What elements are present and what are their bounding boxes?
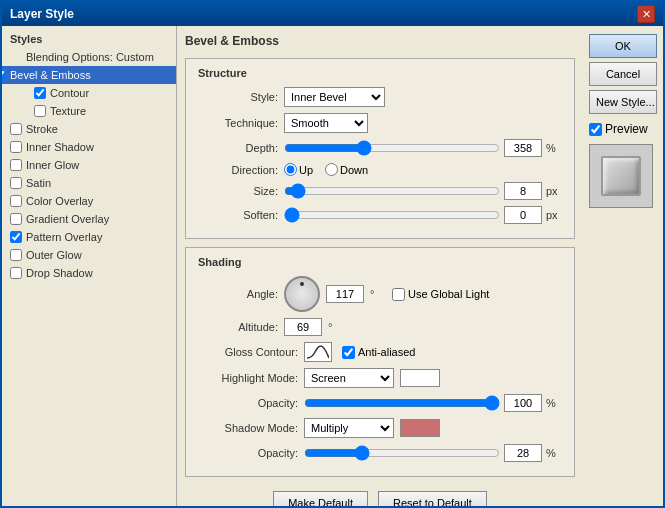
structure-title: Structure (198, 67, 562, 79)
soften-value[interactable] (504, 206, 542, 224)
angle-row: Angle: ° Use Global Light (198, 276, 562, 312)
depth-value[interactable] (504, 139, 542, 157)
preview-checkbox-row: Preview (589, 122, 657, 136)
altitude-unit: ° (328, 321, 344, 333)
sidebar-item-inner-shadow[interactable]: Inner Shadow (2, 138, 176, 156)
pattern-overlay-checkbox[interactable] (10, 231, 22, 243)
preview-inner (601, 156, 641, 196)
shading-title: Shading (198, 256, 562, 268)
right-button-panel: OK Cancel New Style... Preview (583, 26, 663, 506)
gradient-overlay-checkbox[interactable] (10, 213, 22, 225)
sidebar-item-gradient-overlay[interactable]: Gradient Overlay (2, 210, 176, 228)
shadow-opacity-value[interactable] (504, 444, 542, 462)
new-style-button[interactable]: New Style... (589, 90, 657, 114)
style-row: Style: Inner Bevel Outer Bevel Emboss Pi… (198, 87, 562, 107)
angle-dial[interactable] (284, 276, 320, 312)
shadow-opacity-slider[interactable] (304, 446, 500, 460)
angle-label: Angle: (198, 288, 278, 300)
angle-controls: ° Use Global Light (284, 276, 489, 312)
highlight-opacity-label: Opacity: (198, 397, 298, 409)
dial-dot (300, 282, 304, 286)
global-light-label[interactable]: Use Global Light (392, 288, 489, 301)
bevel-emboss-checkbox[interactable] (2, 69, 6, 81)
stroke-checkbox[interactable] (10, 123, 22, 135)
direction-down-label[interactable]: Down (325, 163, 368, 176)
cancel-button[interactable]: Cancel (589, 62, 657, 86)
gloss-contour-label: Gloss Contour: (198, 346, 298, 358)
highlight-mode-label: Highlight Mode: (198, 372, 298, 384)
contour-checkbox[interactable] (34, 87, 46, 99)
close-button[interactable]: ✕ (637, 5, 655, 23)
angle-value[interactable] (326, 285, 364, 303)
size-slider[interactable] (284, 184, 500, 198)
global-light-text: Use Global Light (408, 288, 489, 300)
pattern-overlay-label: Pattern Overlay (26, 231, 102, 243)
anti-aliased-text: Anti-aliased (358, 346, 415, 358)
satin-checkbox[interactable] (10, 177, 22, 189)
sidebar-item-inner-glow[interactable]: Inner Glow (2, 156, 176, 174)
style-select[interactable]: Inner Bevel Outer Bevel Emboss Pillow Em… (284, 87, 385, 107)
preview-label: Preview (605, 122, 648, 136)
soften-row: Soften: px (198, 206, 562, 224)
shadow-color-swatch[interactable] (400, 419, 440, 437)
drop-shadow-checkbox[interactable] (10, 267, 22, 279)
global-light-checkbox[interactable] (392, 288, 405, 301)
direction-up-radio[interactable] (284, 163, 297, 176)
altitude-value[interactable] (284, 318, 322, 336)
direction-up-label[interactable]: Up (284, 163, 313, 176)
sidebar-item-contour[interactable]: Contour (2, 84, 176, 102)
highlight-opacity-value[interactable] (504, 394, 542, 412)
depth-row: Depth: % (198, 139, 562, 157)
anti-aliased-checkbox[interactable] (342, 346, 355, 359)
window-title: Layer Style (10, 7, 74, 21)
color-overlay-label: Color Overlay (26, 195, 93, 207)
anti-aliased-label[interactable]: Anti-aliased (342, 346, 415, 359)
texture-checkbox[interactable] (34, 105, 46, 117)
gloss-contour-icon (307, 345, 329, 359)
soften-slider[interactable] (284, 208, 500, 222)
sidebar-item-texture[interactable]: Texture (2, 102, 176, 120)
size-label: Size: (198, 185, 278, 197)
color-overlay-checkbox[interactable] (10, 195, 22, 207)
outer-glow-label: Outer Glow (26, 249, 82, 261)
soften-slider-container: px (284, 206, 562, 224)
direction-down-radio[interactable] (325, 163, 338, 176)
sidebar-item-outer-glow[interactable]: Outer Glow (2, 246, 176, 264)
make-default-button[interactable]: Make Default (273, 491, 368, 506)
depth-label: Depth: (198, 142, 278, 154)
structure-section: Structure Style: Inner Bevel Outer Bevel… (185, 58, 575, 239)
gloss-contour-preview[interactable] (304, 342, 332, 362)
depth-slider[interactable] (284, 141, 500, 155)
bevel-emboss-label: Bevel & Emboss (10, 69, 91, 81)
sidebar-item-pattern-overlay[interactable]: Pattern Overlay (2, 228, 176, 246)
reset-to-default-button[interactable]: Reset to Default (378, 491, 487, 506)
preview-checkbox[interactable] (589, 123, 602, 136)
left-panel: Styles Blending Options: Custom Bevel & … (2, 26, 177, 506)
layer-style-window: Layer Style ✕ Styles Blending Options: C… (0, 0, 665, 508)
ok-button[interactable]: OK (589, 34, 657, 58)
outer-glow-checkbox[interactable] (10, 249, 22, 261)
highlight-mode-select[interactable]: Screen Normal Multiply (304, 368, 394, 388)
technique-select[interactable]: Smooth Chisel Hard Chisel Soft (284, 113, 368, 133)
sidebar-item-color-overlay[interactable]: Color Overlay (2, 192, 176, 210)
sidebar-item-stroke[interactable]: Stroke (2, 120, 176, 138)
sidebar-item-satin[interactable]: Satin (2, 174, 176, 192)
sidebar-item-blending-options[interactable]: Blending Options: Custom (2, 48, 176, 66)
inner-glow-checkbox[interactable] (10, 159, 22, 171)
shadow-mode-label: Shadow Mode: (198, 422, 298, 434)
drop-shadow-label: Drop Shadow (26, 267, 93, 279)
sidebar-item-drop-shadow[interactable]: Drop Shadow (2, 264, 176, 282)
size-value[interactable] (504, 182, 542, 200)
inner-shadow-checkbox[interactable] (10, 141, 22, 153)
technique-row: Technique: Smooth Chisel Hard Chisel Sof… (198, 113, 562, 133)
technique-label: Technique: (198, 117, 278, 129)
soften-unit: px (546, 209, 562, 221)
highlight-color-swatch[interactable] (400, 369, 440, 387)
sidebar-item-bevel-emboss[interactable]: Bevel & Emboss (2, 66, 176, 84)
main-content: Styles Blending Options: Custom Bevel & … (2, 26, 663, 506)
shadow-opacity-row: Opacity: % (198, 444, 562, 462)
shadow-mode-select[interactable]: Multiply Normal Screen (304, 418, 394, 438)
highlight-opacity-slider[interactable] (304, 396, 500, 410)
depth-unit: % (546, 142, 562, 154)
direction-radio-group: Up Down (284, 163, 368, 176)
